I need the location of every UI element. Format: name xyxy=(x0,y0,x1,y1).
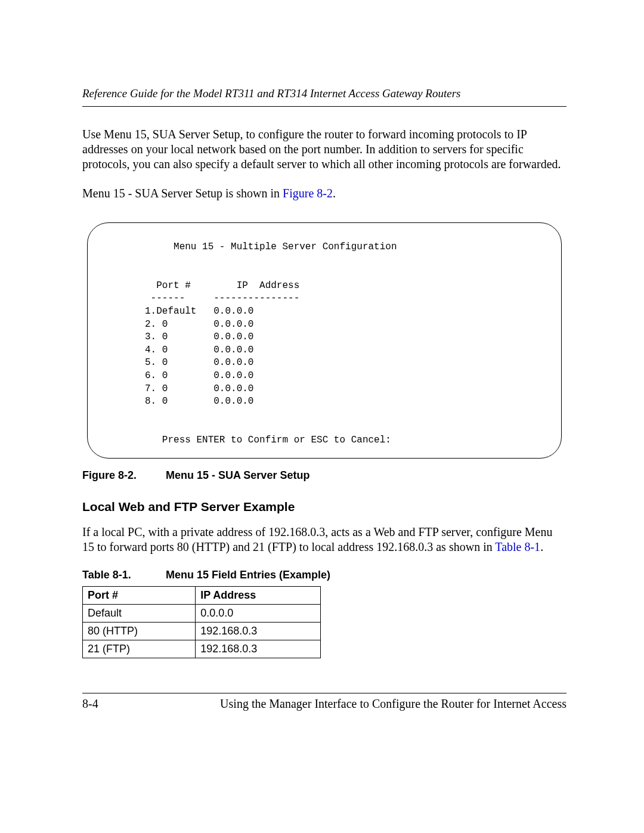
page-footer: 8-4 Using the Manager Interface to Confi… xyxy=(82,693,566,711)
entries-table: Port # IP Address Default0.0.0.080 (HTTP… xyxy=(82,586,321,658)
table-caption-number: Table 8-1. xyxy=(82,569,166,581)
figure-8-2-link[interactable]: Figure 8-2 xyxy=(283,187,333,200)
figure-leadin-paragraph: Menu 15 - SUA Server Setup is shown in F… xyxy=(82,186,566,201)
terminal-figure: Menu 15 - Multiple Server Configuration … xyxy=(87,222,562,459)
table-row: 21 (FTP)192.168.0.3 xyxy=(83,640,321,658)
leadin-text-pre: Menu 15 - SUA Server Setup is shown in xyxy=(82,187,283,200)
table-8-1-link[interactable]: Table 8-1 xyxy=(495,540,540,553)
intro-paragraph: Use Menu 15, SUA Server Setup, to config… xyxy=(82,127,566,172)
col-port-header: Port # xyxy=(83,586,196,604)
figure-caption: Figure 8-2.Menu 15 - SUA Server Setup xyxy=(82,469,566,482)
section-text-pre: If a local PC, with a private address of… xyxy=(82,525,553,553)
section-heading: Local Web and FTP Server Example xyxy=(82,500,566,514)
page: Reference Guide for the Model RT311 and … xyxy=(0,0,644,711)
table-row: Default0.0.0.0 xyxy=(83,604,321,622)
figure-caption-text: Menu 15 - SUA Server Setup xyxy=(166,469,309,481)
leadin-text-post: . xyxy=(333,187,336,200)
section-text-post: . xyxy=(540,540,543,553)
section-paragraph: If a local PC, with a private address of… xyxy=(82,525,566,555)
col-ip-header: IP Address xyxy=(196,586,321,604)
cell-port: 21 (FTP) xyxy=(83,640,196,658)
table-row: 80 (HTTP)192.168.0.3 xyxy=(83,622,321,640)
table-caption: Table 8-1.Menu 15 Field Entries (Example… xyxy=(82,569,566,581)
table-header-row: Port # IP Address xyxy=(83,586,321,604)
page-number: 8-4 xyxy=(82,697,98,711)
cell-ip: 192.168.0.3 xyxy=(196,640,321,658)
running-header: Reference Guide for the Model RT311 and … xyxy=(82,87,566,107)
cell-port: Default xyxy=(83,604,196,622)
figure-caption-number: Figure 8-2. xyxy=(82,469,166,482)
table-caption-text: Menu 15 Field Entries (Example) xyxy=(166,569,330,581)
cell-ip: 0.0.0.0 xyxy=(196,604,321,622)
cell-port: 80 (HTTP) xyxy=(83,622,196,640)
chapter-title: Using the Manager Interface to Configure… xyxy=(220,697,566,711)
cell-ip: 192.168.0.3 xyxy=(196,622,321,640)
